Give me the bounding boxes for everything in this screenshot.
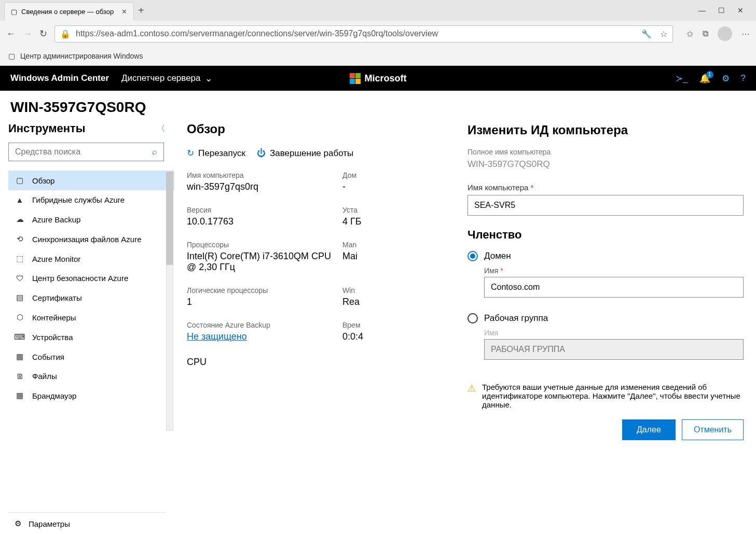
warning-message: ⚠ Требуются ваши учетные данные для изме… <box>468 383 744 409</box>
tool-label: Файлы <box>32 372 57 381</box>
tool-azure-hybrid[interactable]: ▲Гибридные службы Azure <box>8 190 174 209</box>
collections-icon[interactable]: ⧉ <box>703 29 708 38</box>
settings-gear-icon[interactable]: ⚙ <box>722 73 730 84</box>
lock-icon: 🔒 <box>60 29 71 39</box>
container-icon: ⬡ <box>15 313 25 322</box>
tab-title: Сведения о сервере — обзор <box>21 8 114 16</box>
tool-label: Обзор <box>32 176 54 185</box>
bookmark-label[interactable]: Центр администрирования Windows <box>20 52 143 60</box>
tool-overview[interactable]: ▢Обзор <box>8 171 174 190</box>
tool-devices[interactable]: ⌨Устройства <box>8 327 174 347</box>
full-name-label: Полное имя компьютера <box>468 148 744 156</box>
star-icon[interactable]: ☆ <box>660 29 667 39</box>
gear-icon: ⚙ <box>15 519 21 528</box>
version-label: Версия <box>187 206 342 214</box>
events-icon: ▦ <box>15 352 25 361</box>
maximize-icon[interactable]: ☐ <box>718 6 725 15</box>
key-icon[interactable]: 🔧 <box>641 29 652 39</box>
cpu-label: Процессоры <box>187 241 342 249</box>
close-window-icon[interactable]: ✕ <box>737 6 744 15</box>
overview-panel: Обзор ↻Перезапуск ⏻Завершение работы Имя… <box>174 120 756 534</box>
backup-value[interactable]: Не защищено <box>187 331 342 342</box>
tool-firewall[interactable]: ▦Брандмауэр <box>8 386 174 405</box>
shutdown-label: Завершение работы <box>270 148 353 159</box>
warning-icon: ⚠ <box>468 383 476 409</box>
wac-nav-label: Диспетчер сервера <box>121 73 201 83</box>
tool-certificates[interactable]: ▤Сертификаты <box>8 288 174 307</box>
favorites-icon[interactable]: ✩ <box>686 29 693 39</box>
tool-containers[interactable]: ⬡Контейнеры <box>8 307 174 327</box>
shutdown-button[interactable]: ⏻Завершение работы <box>257 148 353 159</box>
profile-avatar[interactable] <box>718 26 732 41</box>
tool-label: Синхронизация файлов Azure <box>32 235 141 244</box>
tools-search[interactable]: ⌕ <box>8 143 164 161</box>
tool-azure-monitor[interactable]: ⬚Azure Monitor <box>8 249 174 269</box>
powershell-icon[interactable]: ≻_ <box>676 73 688 84</box>
tools-sidebar: Инструменты 〈 ⌕ ▢Обзор ▲Гибридные службы… <box>0 120 174 534</box>
page-icon: ▢ <box>11 8 17 16</box>
backup-icon: ☁ <box>15 215 25 224</box>
computer-name-value: win-3597g7qs0rq <box>187 181 342 192</box>
nav-bar: ← → ↻ 🔒 https://sea-adm1.contoso.com/ser… <box>0 21 756 47</box>
tool-azure-security[interactable]: 🛡Центр безопасности Azure <box>8 269 174 288</box>
new-tab-button[interactable]: + <box>138 5 144 17</box>
minimize-icon[interactable]: — <box>698 6 706 15</box>
cancel-button[interactable]: Отменить <box>682 419 744 440</box>
tool-files[interactable]: 🗎Файлы <box>8 367 174 386</box>
computer-name-input[interactable] <box>468 195 744 216</box>
microsoft-logo-icon <box>350 73 361 84</box>
domain-name-input[interactable] <box>484 277 744 298</box>
forward-button[interactable]: → <box>23 29 32 39</box>
panel-title: Изменить ИД компьютера <box>468 123 744 137</box>
tool-azure-backup[interactable]: ☁Azure Backup <box>8 209 174 229</box>
help-icon[interactable]: ? <box>741 73 746 83</box>
sidebar-settings[interactable]: ⚙ Параметры <box>8 512 166 534</box>
sidebar-scrollbar-thumb[interactable] <box>166 172 173 265</box>
domain-radio[interactable] <box>468 251 478 261</box>
tool-events[interactable]: ▦События <box>8 347 174 367</box>
membership-heading: Членство <box>468 228 744 242</box>
wac-nav-dropdown[interactable]: Диспетчер сервера ⌄ <box>121 73 212 84</box>
server-name-heading: WIN-3597G7QS0RQ <box>0 91 756 120</box>
restart-button[interactable]: ↻Перезапуск <box>187 148 245 159</box>
computer-name-field-label: Имя компьютера * <box>468 183 744 192</box>
tool-label: Сертификаты <box>32 293 82 302</box>
workgroup-radio-row[interactable]: Рабочая группа <box>468 313 744 324</box>
wac-title[interactable]: Windows Admin Center <box>10 73 109 83</box>
notifications-icon[interactable]: 🔔1 <box>699 73 710 84</box>
next-button[interactable]: Далее <box>622 419 676 440</box>
overview-icon: ▢ <box>15 176 25 185</box>
tab-bar: ▢ Сведения о сервере — обзор ✕ + — ☐ ✕ <box>0 0 756 21</box>
browser-chrome: ▢ Сведения о сервере — обзор ✕ + — ☐ ✕ ←… <box>0 0 756 66</box>
domain-radio-label: Домен <box>484 251 511 261</box>
collapse-sidebar-icon[interactable]: 〈 <box>157 123 165 134</box>
sync-icon: ⟲ <box>15 234 25 244</box>
tool-label: Брандмауэр <box>32 391 76 400</box>
tool-azure-file-sync[interactable]: ⟲Синхронизация файлов Azure <box>8 229 174 249</box>
monitor-icon: ⬚ <box>15 254 25 263</box>
tool-label: Центр безопасности Azure <box>32 274 128 283</box>
microsoft-brand: Microsoft <box>350 73 407 84</box>
warning-text: Требуются ваши учетные данные для измене… <box>482 383 744 409</box>
tool-label: Устройства <box>32 333 73 342</box>
back-button[interactable]: ← <box>6 29 16 39</box>
refresh-button[interactable]: ↻ <box>39 28 47 39</box>
bookmark-bar: ▢ Центр администрирования Windows <box>0 47 756 65</box>
menu-icon[interactable]: ⋯ <box>741 29 750 39</box>
firewall-icon: ▦ <box>15 391 25 400</box>
search-icon[interactable]: ⌕ <box>152 147 157 157</box>
workgroup-radio[interactable] <box>468 313 478 324</box>
address-bar[interactable]: 🔒 https://sea-adm1.contoso.com/serverman… <box>54 25 673 43</box>
edit-computer-id-panel: Изменить ИД компьютера Полное имя компью… <box>455 120 756 534</box>
browser-tab[interactable]: ▢ Сведения о сервере — обзор ✕ <box>4 2 134 21</box>
backup-label: Состояние Azure Backup <box>187 321 342 329</box>
domain-radio-row[interactable]: Домен <box>468 251 744 261</box>
close-tab-icon[interactable]: ✕ <box>121 8 127 16</box>
brand-text: Microsoft <box>365 73 407 84</box>
power-icon: ⏻ <box>257 148 266 159</box>
chevron-down-icon: ⌄ <box>205 73 212 84</box>
search-input[interactable] <box>15 147 152 157</box>
bookmark-icon: ▢ <box>8 52 15 60</box>
devices-icon: ⌨ <box>15 332 25 342</box>
tool-label: Azure Monitor <box>32 255 80 263</box>
